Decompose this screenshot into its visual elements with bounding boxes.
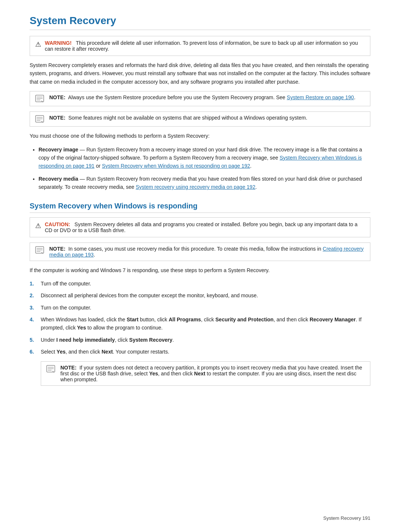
step-5: 5. Under I need help immediately, click … (30, 336, 370, 344)
caution-text: System Recovery deletes all data and pro… (45, 221, 357, 233)
warning-icon: ⚠ (35, 40, 41, 48)
note4-mid: , and then click (158, 371, 194, 377)
note3-box: NOTE: In some cases, you must use recove… (30, 242, 370, 261)
note3-content: NOTE: In some cases, you must use recove… (49, 246, 365, 258)
note4-bold1: Yes (149, 371, 158, 377)
note1-text: Always use the System Restore procedure … (68, 94, 287, 100)
note4-wrapper: NOTE: If your system does not detect a r… (41, 361, 370, 386)
method1-separator: — (78, 147, 86, 153)
note2-label: NOTE: (49, 115, 66, 121)
method2-separator: — (78, 176, 86, 182)
note3-label: NOTE: (49, 246, 66, 252)
note1-link[interactable]: System Restore on page 190 (287, 94, 354, 100)
step2-num: 2. (30, 291, 37, 300)
note2-content: NOTE: Some features might not be availab… (49, 115, 307, 121)
caution-box: ⚠ CAUTION: System Recovery deletes all d… (30, 217, 370, 237)
step4-text: When Windows has loaded, click the Start… (41, 315, 370, 332)
page-title: System Recovery (30, 15, 370, 30)
note3-icon (35, 246, 46, 254)
warning-label: WARNING! (45, 40, 71, 46)
step4-num: 4. (30, 315, 37, 332)
step2-text: Disconnect all peripheral devices from t… (41, 291, 258, 300)
step1-num: 1. (30, 280, 37, 288)
step-4: 4. When Windows has loaded, click the St… (30, 315, 370, 332)
caution-content: CAUTION: System Recovery deletes all dat… (45, 221, 365, 233)
warning-text: This procedure will delete all user info… (45, 40, 358, 52)
note4-box: NOTE: If your system does not detect a r… (41, 361, 370, 386)
step6-text: Select Yes, and then click Next. Your co… (41, 348, 169, 356)
method-recovery-media: Recovery media — Run System Recovery fro… (39, 175, 370, 191)
method1-mid: or (94, 163, 102, 169)
method1-title: Recovery image (39, 147, 78, 153)
method2-end: . (255, 184, 257, 190)
step1-text: Turn off the computer. (41, 280, 91, 288)
note4-icon (46, 365, 57, 373)
step3-num: 3. (30, 304, 37, 312)
step3-text: Turn on the computer. (41, 304, 91, 312)
note1-label: NOTE: (49, 94, 66, 100)
intro-paragraph: System Recovery completely erases and re… (30, 61, 370, 86)
note2-icon (35, 115, 46, 123)
caution-label: CAUTION: (45, 221, 70, 227)
method1-link2[interactable]: System Recovery when Windows is not resp… (102, 163, 250, 169)
steps-list: 1. Turn off the computer. 2. Disconnect … (30, 280, 370, 356)
method2-link[interactable]: System recovery using recovery media on … (136, 184, 256, 190)
step5-text: Under I need help immediately, click Sys… (41, 336, 174, 344)
step5-num: 5. (30, 336, 37, 344)
note4-bold2: Next (194, 371, 205, 377)
note1-box: NOTE: Always use the System Restore proc… (30, 91, 370, 106)
note3-end: . (94, 252, 95, 258)
caution-icon: ⚠ (35, 222, 41, 230)
note4-label: NOTE: (60, 365, 77, 371)
step6-num: 6. (30, 348, 37, 356)
note2-text: Some features might not be available on … (68, 115, 307, 121)
method2-title: Recovery media (39, 176, 78, 182)
section-subtitle: System Recovery when Windows is respondi… (30, 202, 370, 213)
methods-intro: You must choose one of the following met… (30, 132, 370, 140)
step-1: 1. Turn off the computer. (30, 280, 370, 288)
warning-content: WARNING! This procedure will delete all … (45, 40, 365, 52)
step-3: 3. Turn on the computer. (30, 304, 370, 312)
method1-end: . (250, 163, 251, 169)
method-recovery-image: Recovery image — Run System Recovery fro… (39, 145, 370, 170)
note4-content: NOTE: If your system does not detect a r… (60, 365, 365, 382)
note1-icon (35, 95, 46, 103)
note1-text-after: . (354, 94, 356, 100)
step-6: 6. Select Yes, and then click Next. Your… (30, 348, 370, 356)
note1-content: NOTE: Always use the System Restore proc… (49, 94, 356, 100)
methods-list: Recovery image — Run System Recovery fro… (39, 145, 370, 191)
step-2: 2. Disconnect all peripheral devices fro… (30, 291, 370, 300)
note3-text: In some cases, you must use recovery med… (68, 246, 323, 252)
responding-intro: If the computer is working and Windows 7… (30, 266, 370, 274)
page-footer: System Recovery 191 (323, 515, 370, 521)
note2-box: NOTE: Some features might not be availab… (30, 111, 370, 127)
warning-box: ⚠ WARNING! This procedure will delete al… (30, 36, 370, 56)
